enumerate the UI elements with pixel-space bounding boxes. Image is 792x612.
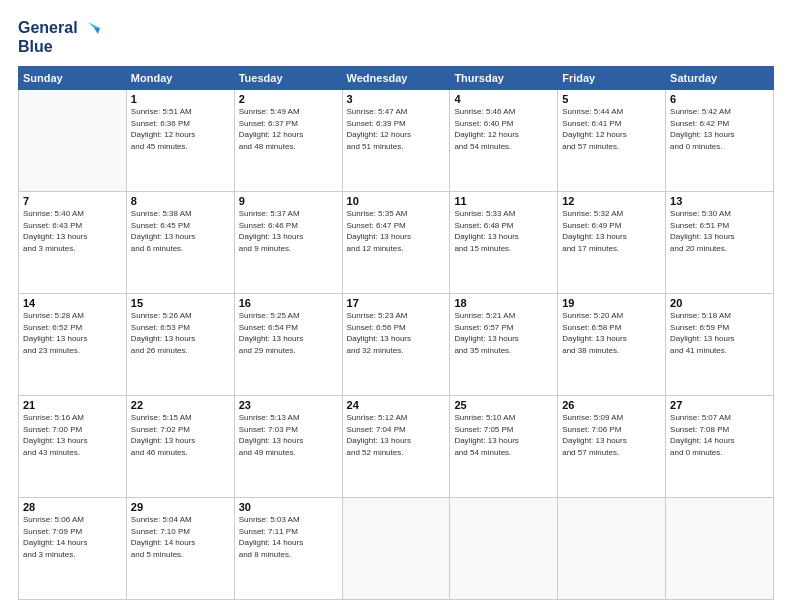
day-number: 6	[670, 93, 769, 105]
day-info: Sunrise: 5:33 AM Sunset: 6:48 PM Dayligh…	[454, 208, 553, 254]
day-number: 11	[454, 195, 553, 207]
calendar-cell: 26Sunrise: 5:09 AM Sunset: 7:06 PM Dayli…	[558, 396, 666, 498]
day-info: Sunrise: 5:40 AM Sunset: 6:43 PM Dayligh…	[23, 208, 122, 254]
day-number: 13	[670, 195, 769, 207]
calendar-week-row: 14Sunrise: 5:28 AM Sunset: 6:52 PM Dayli…	[19, 294, 774, 396]
day-info: Sunrise: 5:47 AM Sunset: 6:39 PM Dayligh…	[347, 106, 446, 152]
day-number: 22	[131, 399, 230, 411]
day-number: 28	[23, 501, 122, 513]
day-info: Sunrise: 5:04 AM Sunset: 7:10 PM Dayligh…	[131, 514, 230, 560]
calendar-week-row: 28Sunrise: 5:06 AM Sunset: 7:09 PM Dayli…	[19, 498, 774, 600]
weekday-header-wednesday: Wednesday	[342, 67, 450, 90]
calendar-cell: 12Sunrise: 5:32 AM Sunset: 6:49 PM Dayli…	[558, 192, 666, 294]
calendar-week-row: 1Sunrise: 5:51 AM Sunset: 6:36 PM Daylig…	[19, 90, 774, 192]
calendar-cell: 17Sunrise: 5:23 AM Sunset: 6:56 PM Dayli…	[342, 294, 450, 396]
calendar-cell: 4Sunrise: 5:46 AM Sunset: 6:40 PM Daylig…	[450, 90, 558, 192]
day-number: 9	[239, 195, 338, 207]
day-info: Sunrise: 5:10 AM Sunset: 7:05 PM Dayligh…	[454, 412, 553, 458]
weekday-header-monday: Monday	[126, 67, 234, 90]
day-number: 16	[239, 297, 338, 309]
calendar-cell: 2Sunrise: 5:49 AM Sunset: 6:37 PM Daylig…	[234, 90, 342, 192]
day-info: Sunrise: 5:25 AM Sunset: 6:54 PM Dayligh…	[239, 310, 338, 356]
day-number: 29	[131, 501, 230, 513]
calendar-cell: 24Sunrise: 5:12 AM Sunset: 7:04 PM Dayli…	[342, 396, 450, 498]
calendar-cell: 10Sunrise: 5:35 AM Sunset: 6:47 PM Dayli…	[342, 192, 450, 294]
logo-blue: Blue	[18, 38, 53, 56]
calendar-cell: 19Sunrise: 5:20 AM Sunset: 6:58 PM Dayli…	[558, 294, 666, 396]
day-info: Sunrise: 5:03 AM Sunset: 7:11 PM Dayligh…	[239, 514, 338, 560]
calendar-cell: 3Sunrise: 5:47 AM Sunset: 6:39 PM Daylig…	[342, 90, 450, 192]
calendar-cell: 23Sunrise: 5:13 AM Sunset: 7:03 PM Dayli…	[234, 396, 342, 498]
day-number: 5	[562, 93, 661, 105]
day-info: Sunrise: 5:44 AM Sunset: 6:41 PM Dayligh…	[562, 106, 661, 152]
calendar-cell	[558, 498, 666, 600]
weekday-header-tuesday: Tuesday	[234, 67, 342, 90]
day-number: 18	[454, 297, 553, 309]
day-info: Sunrise: 5:46 AM Sunset: 6:40 PM Dayligh…	[454, 106, 553, 152]
day-info: Sunrise: 5:38 AM Sunset: 6:45 PM Dayligh…	[131, 208, 230, 254]
calendar-cell: 6Sunrise: 5:42 AM Sunset: 6:42 PM Daylig…	[666, 90, 774, 192]
day-info: Sunrise: 5:23 AM Sunset: 6:56 PM Dayligh…	[347, 310, 446, 356]
calendar-table: SundayMondayTuesdayWednesdayThursdayFrid…	[18, 66, 774, 600]
weekday-header-friday: Friday	[558, 67, 666, 90]
svg-marker-1	[94, 28, 100, 34]
day-info: Sunrise: 5:16 AM Sunset: 7:00 PM Dayligh…	[23, 412, 122, 458]
day-info: Sunrise: 5:35 AM Sunset: 6:47 PM Dayligh…	[347, 208, 446, 254]
day-number: 2	[239, 93, 338, 105]
calendar-cell: 20Sunrise: 5:18 AM Sunset: 6:59 PM Dayli…	[666, 294, 774, 396]
day-info: Sunrise: 5:49 AM Sunset: 6:37 PM Dayligh…	[239, 106, 338, 152]
logo-text-block: General Blue	[18, 18, 102, 56]
day-number: 27	[670, 399, 769, 411]
day-info: Sunrise: 5:12 AM Sunset: 7:04 PM Dayligh…	[347, 412, 446, 458]
day-info: Sunrise: 5:07 AM Sunset: 7:08 PM Dayligh…	[670, 412, 769, 458]
weekday-header-sunday: Sunday	[19, 67, 127, 90]
day-number: 21	[23, 399, 122, 411]
calendar-cell: 8Sunrise: 5:38 AM Sunset: 6:45 PM Daylig…	[126, 192, 234, 294]
day-number: 17	[347, 297, 446, 309]
calendar-cell	[19, 90, 127, 192]
header: General Blue	[18, 18, 774, 56]
day-number: 7	[23, 195, 122, 207]
day-number: 12	[562, 195, 661, 207]
day-number: 20	[670, 297, 769, 309]
day-info: Sunrise: 5:15 AM Sunset: 7:02 PM Dayligh…	[131, 412, 230, 458]
day-info: Sunrise: 5:42 AM Sunset: 6:42 PM Dayligh…	[670, 106, 769, 152]
calendar-cell: 16Sunrise: 5:25 AM Sunset: 6:54 PM Dayli…	[234, 294, 342, 396]
logo-bird-icon	[80, 18, 102, 38]
calendar-cell	[666, 498, 774, 600]
day-number: 23	[239, 399, 338, 411]
day-info: Sunrise: 5:37 AM Sunset: 6:46 PM Dayligh…	[239, 208, 338, 254]
calendar-cell: 14Sunrise: 5:28 AM Sunset: 6:52 PM Dayli…	[19, 294, 127, 396]
day-info: Sunrise: 5:51 AM Sunset: 6:36 PM Dayligh…	[131, 106, 230, 152]
day-info: Sunrise: 5:21 AM Sunset: 6:57 PM Dayligh…	[454, 310, 553, 356]
calendar-cell	[450, 498, 558, 600]
day-info: Sunrise: 5:20 AM Sunset: 6:58 PM Dayligh…	[562, 310, 661, 356]
day-info: Sunrise: 5:18 AM Sunset: 6:59 PM Dayligh…	[670, 310, 769, 356]
calendar-cell: 9Sunrise: 5:37 AM Sunset: 6:46 PM Daylig…	[234, 192, 342, 294]
weekday-header-saturday: Saturday	[666, 67, 774, 90]
day-info: Sunrise: 5:32 AM Sunset: 6:49 PM Dayligh…	[562, 208, 661, 254]
day-number: 30	[239, 501, 338, 513]
calendar-cell: 13Sunrise: 5:30 AM Sunset: 6:51 PM Dayli…	[666, 192, 774, 294]
weekday-header-row: SundayMondayTuesdayWednesdayThursdayFrid…	[19, 67, 774, 90]
day-info: Sunrise: 5:06 AM Sunset: 7:09 PM Dayligh…	[23, 514, 122, 560]
calendar-cell: 7Sunrise: 5:40 AM Sunset: 6:43 PM Daylig…	[19, 192, 127, 294]
svg-marker-0	[88, 22, 100, 28]
logo: General Blue	[18, 18, 102, 56]
page: General Blue SundayMondayTuesdayWednesda…	[0, 0, 792, 612]
calendar-cell	[342, 498, 450, 600]
calendar-cell: 30Sunrise: 5:03 AM Sunset: 7:11 PM Dayli…	[234, 498, 342, 600]
day-number: 14	[23, 297, 122, 309]
day-info: Sunrise: 5:28 AM Sunset: 6:52 PM Dayligh…	[23, 310, 122, 356]
calendar-cell: 1Sunrise: 5:51 AM Sunset: 6:36 PM Daylig…	[126, 90, 234, 192]
calendar-cell: 5Sunrise: 5:44 AM Sunset: 6:41 PM Daylig…	[558, 90, 666, 192]
day-number: 25	[454, 399, 553, 411]
calendar-cell: 29Sunrise: 5:04 AM Sunset: 7:10 PM Dayli…	[126, 498, 234, 600]
calendar-cell: 15Sunrise: 5:26 AM Sunset: 6:53 PM Dayli…	[126, 294, 234, 396]
day-number: 24	[347, 399, 446, 411]
logo-general: General	[18, 19, 78, 37]
calendar-cell: 18Sunrise: 5:21 AM Sunset: 6:57 PM Dayli…	[450, 294, 558, 396]
day-number: 1	[131, 93, 230, 105]
weekday-header-thursday: Thursday	[450, 67, 558, 90]
day-info: Sunrise: 5:26 AM Sunset: 6:53 PM Dayligh…	[131, 310, 230, 356]
